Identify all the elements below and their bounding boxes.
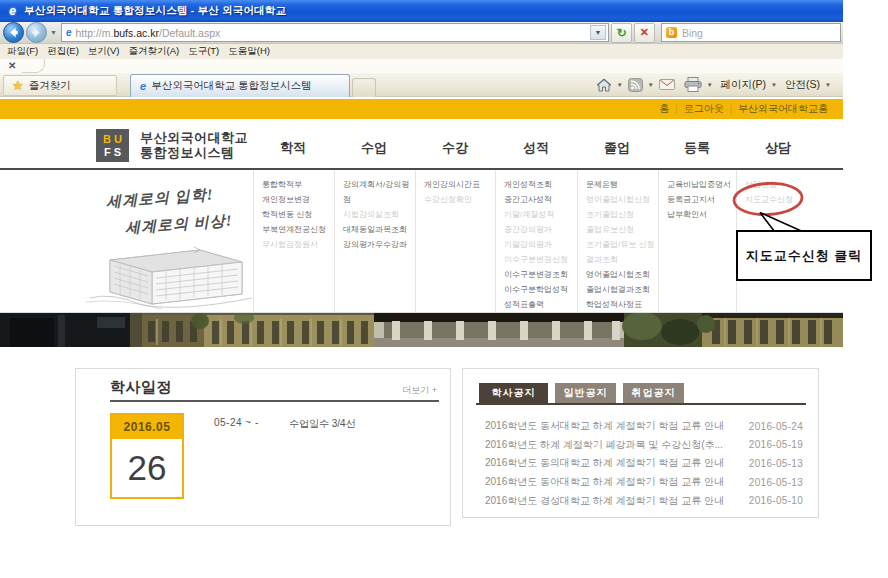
nav-item-1[interactable]: 수업	[361, 139, 387, 157]
mega-menu-item[interactable]: 수강신청확인	[424, 192, 493, 207]
nav-item-6[interactable]: 상담	[765, 139, 791, 157]
mega-menu-item[interactable]: 기말강의평가	[504, 237, 575, 252]
notice-title[interactable]: 2016학년도 동서대학교 하계 계절학기 학점 교류 안내	[485, 419, 741, 433]
notice-row[interactable]: 2016학년도 하계 계절학기 폐강과목 및 수강신청(추...2016-05-…	[485, 436, 803, 455]
home-caret-icon[interactable]: ▼	[617, 82, 623, 88]
notice-tab-0[interactable]: 학사공지	[479, 383, 548, 403]
mega-menu-item[interactable]: 개인강의시간표	[424, 177, 493, 192]
menubar-item-H[interactable]: 도움말(H)	[225, 45, 273, 58]
url-text[interactable]: http://m.bufs.ac.kr/Default.aspx	[76, 27, 221, 39]
address-dropdown-caret-icon[interactable]: ▼	[590, 25, 606, 40]
mega-menu-column-1: 강의계획서/강의평점시험강의실조회대체동일과목조회강의평가우수강좌	[343, 177, 413, 252]
nav-item-4[interactable]: 졸업	[604, 139, 630, 157]
notice-date: 2016-05-24	[749, 421, 803, 432]
bufs-logo[interactable]: BU FS	[96, 129, 129, 162]
notice-date: 2016-05-19	[749, 439, 803, 450]
mega-menu-item[interactable]: 조기졸업/유보 신청 결과조회	[586, 237, 656, 267]
mega-menu-item[interactable]: 중간강의평가	[504, 222, 575, 237]
print-caret-icon[interactable]: ▼	[707, 82, 713, 88]
academic-calendar-panel: 학사일정 더보기 + 2016.05 26 05-24 ~ - 수업일수 3/4…	[75, 368, 451, 526]
mega-menu-item[interactable]: 문제은행	[586, 177, 656, 192]
mega-menu-item-annot-target[interactable]: 지도교수신청	[745, 192, 841, 207]
menubar-item-f[interactable]: 파일(F)	[4, 45, 41, 58]
favorites-button[interactable]: ★ 즐겨찾기	[3, 75, 117, 96]
mega-menu-item[interactable]: 기말/계절성적	[504, 207, 575, 222]
nav-item-2[interactable]: 수강	[442, 139, 468, 157]
notice-row[interactable]: 2016학년도 동서대학교 하계 계절학기 학점 교류 안내2016-05-24	[485, 417, 803, 436]
mega-menu-item[interactable]: 이수구분학업성적	[504, 282, 575, 297]
mega-menu-item[interactable]: 학적변동 신청	[262, 207, 332, 222]
mail-icon[interactable]	[659, 79, 675, 90]
mega-menu-item[interactable]: 대체동일과목조회	[343, 222, 413, 237]
calendar-date-widget: 2016.05 26	[110, 413, 184, 499]
mega-menu-item[interactable]: 강의계획서/강의평점	[343, 177, 413, 207]
mega-menu-item[interactable]: 중간고사성적	[504, 192, 575, 207]
mega-menu-item[interactable]: 졸업유보신청	[586, 222, 656, 237]
search-box[interactable]: b Bing	[661, 23, 841, 42]
mega-menu-item[interactable]: 조기졸업신청	[586, 207, 656, 222]
notice-tab-2[interactable]: 취업공지	[623, 383, 684, 403]
site-title-line2: 통합정보시스템	[140, 145, 248, 160]
nav-item-0[interactable]: 학적	[280, 139, 306, 157]
back-button[interactable]	[3, 22, 24, 43]
notice-row[interactable]: 2016학년도 동아대학교 하계 계절학기 학점 교류 안내2016-05-13	[485, 473, 803, 492]
mega-menu-item[interactable]: 통합학적부	[262, 177, 332, 192]
notice-date: 2016-05-13	[749, 477, 803, 488]
mega-menu-item[interactable]: 졸업시험결과조회	[586, 282, 656, 297]
window-title: 부산외국어대학교 통합정보시스템 - 부산 외국어대학교	[24, 4, 286, 18]
refresh-button[interactable]: ↻	[611, 23, 632, 43]
mega-menu-item[interactable]: 학업성적사정표	[586, 297, 656, 312]
home-icon[interactable]	[596, 78, 612, 92]
mega-menu-item[interactable]: 부복연계전공신청	[262, 222, 332, 237]
forward-button[interactable]	[26, 22, 47, 43]
rss-caret-icon[interactable]: ▼	[648, 82, 654, 88]
menubar-item-v[interactable]: 보기(V)	[85, 45, 123, 58]
browser-tab[interactable]: e 부산외국어대학교 통합정보시스템	[130, 74, 350, 97]
mega-menu-item[interactable]: 상담신청	[745, 177, 841, 192]
rss-icon[interactable]	[628, 78, 643, 92]
mega-menu-item[interactable]: 무시험검정원서	[262, 237, 332, 252]
page-menu-button[interactable]: 페이지(P)	[721, 78, 767, 92]
calendar-more-link[interactable]: 더보기 +	[402, 384, 437, 397]
annotation-callout-text: 지도교수신청 클릭	[746, 247, 863, 265]
mega-menu-item[interactable]: 납부확인서	[667, 207, 734, 222]
notice-tab-1[interactable]: 일반공지	[555, 383, 616, 403]
tab-bar: ★ 즐겨찾기 e 부산외국어대학교 통합정보시스템 ▼ ▼ ▼ 페이지(P)	[0, 73, 843, 97]
mega-menu-item[interactable]: 이수구분변경조회	[504, 267, 575, 282]
mega-menu-item[interactable]: 이수구분변경신청	[504, 252, 575, 267]
mega-menu-item[interactable]: 성적표출력	[504, 297, 575, 312]
notice-title[interactable]: 2016학년도 동의대학교 하계 계절학기 학점 교류 안내	[485, 456, 741, 470]
mega-menu-item[interactable]: 개인정보변경	[262, 192, 332, 207]
mega-menu-item[interactable]: 등록금고지서	[667, 192, 734, 207]
topbar-link-0[interactable]: 홈	[659, 102, 669, 116]
topbar-link-2[interactable]: 부산외국어대학교홈	[738, 102, 828, 116]
page-caret-icon[interactable]: ▼	[771, 82, 777, 88]
print-icon[interactable]	[684, 77, 702, 92]
url-domain: bufs.ac.kr	[113, 27, 159, 39]
notice-title[interactable]: 2016학년도 경성대학교 하계 계절학기 학점 교류 안내	[485, 494, 741, 508]
safety-menu-button[interactable]: 안전(S)	[785, 78, 820, 92]
mega-menu-item[interactable]: 영어졸업시험조회	[586, 267, 656, 282]
topbar-link-1[interactable]: 로그아웃	[684, 102, 724, 116]
mega-menu-item[interactable]: 강의평가우수강좌	[343, 237, 413, 252]
close-icon[interactable]: ✕	[8, 60, 16, 71]
new-tab-button[interactable]	[352, 78, 376, 97]
stop-button[interactable]: ✕	[634, 23, 655, 43]
notice-title[interactable]: 2016학년도 하계 계절학기 폐강과목 및 수강신청(추...	[485, 438, 741, 452]
address-bar[interactable]: e http://m.bufs.ac.kr/Default.aspx ▼	[61, 23, 609, 42]
mega-menu-item[interactable]: 시험강의실조회	[343, 207, 413, 222]
safety-caret-icon[interactable]: ▼	[825, 82, 831, 88]
mega-menu-item[interactable]: 개인성적조회	[504, 177, 575, 192]
notice-title[interactable]: 2016학년도 동아대학교 하계 계절학기 학점 교류 안내	[485, 475, 741, 489]
notice-row[interactable]: 2016학년도 경성대학교 하계 계절학기 학점 교류 안내2016-05-10	[485, 491, 803, 510]
mega-menu-item[interactable]: 교육비납입증명서	[667, 177, 734, 192]
favorites-label: 즐겨찾기	[29, 79, 71, 93]
menubar-item-e[interactable]: 편집(E)	[44, 45, 82, 58]
menubar-item-t[interactable]: 도구(T)	[185, 45, 222, 58]
recent-pages-caret-icon[interactable]: ▼	[50, 29, 57, 36]
notice-row[interactable]: 2016학년도 동의대학교 하계 계절학기 학점 교류 안내2016-05-13	[485, 454, 803, 473]
mega-menu-item[interactable]: 영어졸업시험신청	[586, 192, 656, 207]
nav-item-5[interactable]: 등록	[684, 139, 710, 157]
nav-item-3[interactable]: 성적	[523, 139, 549, 157]
menubar-item-a[interactable]: 즐겨찾기(A)	[125, 45, 182, 58]
